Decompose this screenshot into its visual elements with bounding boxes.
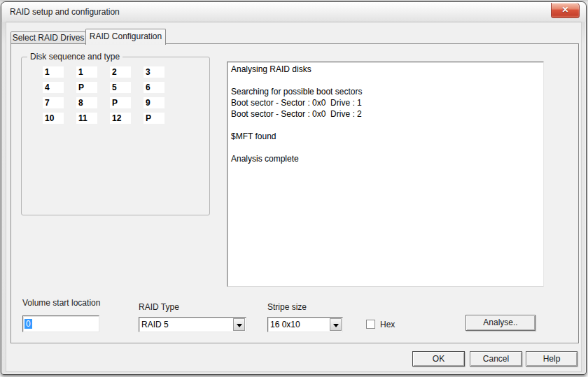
- close-button[interactable]: ✕: [551, 3, 580, 18]
- log-line: Analysis complete: [231, 154, 540, 165]
- raid-type-dropdown-button[interactable]: [233, 318, 245, 331]
- disk-cell-r1c0[interactable]: 4: [43, 82, 64, 93]
- hex-checkbox-label: Hex: [380, 320, 395, 329]
- desktop-screen: RAID setup and configuration ✕ Select RA…: [0, 0, 588, 377]
- help-button[interactable]: Help: [526, 351, 578, 367]
- disk-cell-r3c0[interactable]: 10: [43, 113, 64, 124]
- analysis-log-textarea[interactable]: Analysing RAID disks Searching for possi…: [227, 62, 544, 287]
- volume-start-label: Volume start location: [22, 298, 100, 308]
- window-title: RAID setup and configuration: [10, 7, 120, 17]
- disk-cell-r2c3[interactable]: 9: [144, 97, 164, 108]
- disk-cell-r3c3[interactable]: P: [144, 113, 164, 124]
- log-line: Boot sector - Sector : 0x0 Drive : 1: [231, 98, 540, 109]
- disk-cell-r0c3[interactable]: 3: [144, 66, 164, 78]
- hex-checkbox[interactable]: [366, 320, 375, 329]
- raid-type-value: RAID 5: [141, 320, 169, 329]
- ok-button[interactable]: OK: [412, 351, 465, 367]
- log-line: $MFT found: [231, 131, 540, 143]
- log-line: Analysing RAID disks: [231, 64, 540, 76]
- cancel-button[interactable]: Cancel: [470, 351, 522, 367]
- log-line: [231, 76, 540, 87]
- raid-setup-dialog: RAID setup and configuration ✕ Select RA…: [1, 1, 587, 375]
- stripe-size-select[interactable]: 16 0x10: [267, 317, 343, 332]
- stripe-size-label: Stripe size: [267, 302, 307, 312]
- stripe-size-dropdown-button[interactable]: [330, 318, 342, 331]
- disk-cell-r1c3[interactable]: 6: [144, 82, 164, 93]
- raid-type-label: RAID Type: [139, 302, 179, 312]
- disk-cell-r3c2[interactable]: 12: [110, 113, 131, 124]
- dialog-client-area: Select RAID Drives RAID Configuration Di…: [6, 22, 582, 372]
- raid-type-select[interactable]: RAID 5: [139, 317, 246, 332]
- title-bar[interactable]: RAID setup and configuration ✕: [1, 2, 586, 22]
- log-line: Boot sector - Sector : 0x0 Drive : 2: [231, 109, 540, 120]
- volume-start-value: 0: [24, 319, 32, 329]
- tab-raid-configuration[interactable]: RAID Configuration: [85, 29, 166, 45]
- disk-cell-r2c0[interactable]: 7: [43, 97, 64, 108]
- disk-sequence-groupbox: Disk sequence and type 1 1 2 3 4 P 5 6 7…: [21, 57, 210, 215]
- disk-cell-r3c1[interactable]: 11: [76, 113, 97, 124]
- disk-cell-r1c1[interactable]: P: [76, 82, 97, 93]
- groupbox-title: Disk sequence and type: [27, 52, 122, 62]
- tab-label: RAID Configuration: [90, 31, 162, 41]
- chevron-down-icon: [333, 324, 339, 327]
- disk-cell-r2c2[interactable]: P: [110, 97, 131, 108]
- stripe-size-value: 16 0x10: [270, 320, 300, 329]
- analyse-button[interactable]: Analyse..: [465, 315, 536, 331]
- tab-select-raid-drives[interactable]: Select RAID Drives: [10, 31, 86, 43]
- disk-cell-r0c2[interactable]: 2: [110, 66, 131, 78]
- log-line: [231, 120, 540, 131]
- disk-cell-r0c0[interactable]: 1: [43, 66, 64, 78]
- log-line: [231, 143, 540, 154]
- chevron-down-icon: [237, 324, 242, 327]
- disk-cell-r0c1[interactable]: 1: [76, 66, 97, 78]
- tab-label: Select RAID Drives: [13, 33, 85, 43]
- volume-start-input[interactable]: 0: [22, 315, 99, 332]
- disk-cell-r2c1[interactable]: 8: [76, 97, 97, 108]
- disk-cell-r1c2[interactable]: 5: [110, 82, 131, 93]
- log-line: Searching for possible boot sectors: [231, 87, 540, 98]
- raid-configuration-panel: Disk sequence and type 1 1 2 3 4 P 5 6 7…: [10, 43, 579, 343]
- close-icon: ✕: [561, 5, 568, 15]
